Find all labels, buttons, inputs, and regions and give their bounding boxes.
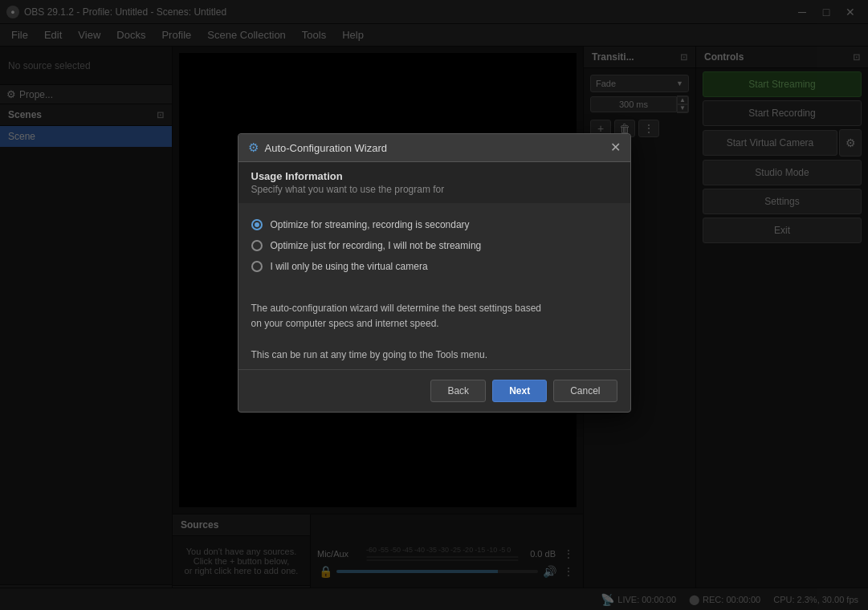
modal-info-line4: This can be run at any time by going to … — [251, 348, 617, 363]
next-button[interactable]: Next — [492, 380, 547, 402]
option-streaming[interactable]: Optimize for streaming, recording is sec… — [251, 219, 617, 230]
modal-info-line2: on your computer specs and internet spee… — [251, 316, 617, 331]
radio-recording[interactable] — [251, 240, 263, 251]
modal-options: Optimize for streaming, recording is sec… — [238, 203, 630, 288]
option-recording[interactable]: Optimize just for recording, I will not … — [251, 240, 617, 251]
modal-icon: ⚙ — [248, 140, 259, 155]
modal-section-header: Usage Information Specify what you want … — [238, 162, 630, 203]
option-virtual-camera-label: I will only be using the virtual camera — [271, 261, 428, 272]
modal-title-content: ⚙ Auto-Configuration Wizard — [248, 140, 387, 155]
radio-virtual-camera[interactable] — [251, 261, 263, 272]
modal-footer: Back Next Cancel — [238, 369, 630, 412]
modal-title-bar: ⚙ Auto-Configuration Wizard ✕ — [238, 134, 630, 162]
modal-info-line1: The auto-configuration wizard will deter… — [251, 301, 617, 316]
radio-streaming[interactable] — [251, 219, 263, 230]
option-virtual-camera[interactable]: I will only be using the virtual camera — [251, 261, 617, 272]
back-button[interactable]: Back — [430, 380, 486, 402]
modal-info: The auto-configuration wizard will deter… — [238, 288, 630, 369]
modal-close-button[interactable]: ✕ — [610, 141, 621, 154]
modal-overlay: ⚙ Auto-Configuration Wizard ✕ Usage Info… — [0, 0, 868, 610]
cancel-button[interactable]: Cancel — [553, 380, 617, 402]
auto-config-modal: ⚙ Auto-Configuration Wizard ✕ Usage Info… — [238, 133, 631, 413]
modal-title: Auto-Configuration Wizard — [265, 142, 387, 154]
modal-section-subtitle: Specify what you want to use the program… — [251, 184, 617, 195]
modal-section-title: Usage Information — [251, 170, 617, 182]
option-recording-label: Optimize just for recording, I will not … — [271, 240, 482, 251]
option-streaming-label: Optimize for streaming, recording is sec… — [271, 219, 470, 230]
